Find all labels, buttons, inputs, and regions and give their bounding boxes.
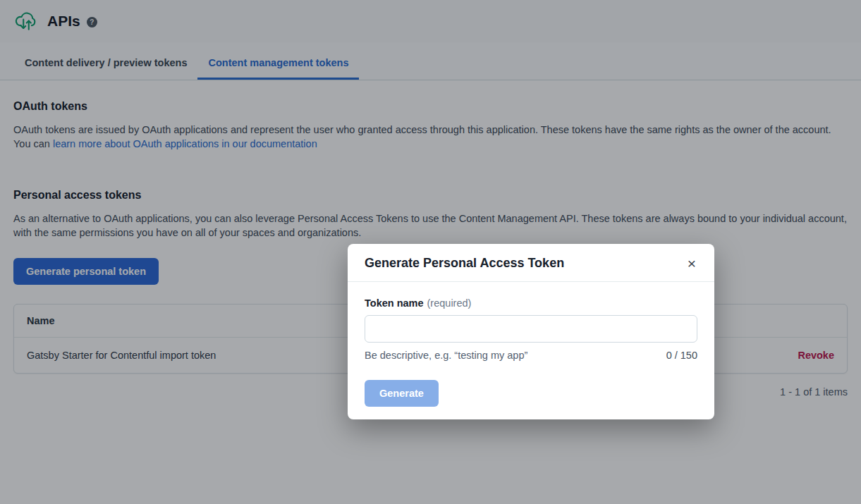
generate-submit-button[interactable]: Generate [365,380,439,407]
token-name-label: Token name(required) [365,297,697,309]
token-name-required-hint: (required) [427,297,472,309]
token-name-input[interactable] [365,315,697,343]
helper-row: Be descriptive, e.g. “testing my app” 0 … [365,350,697,361]
token-name-helper-text: Be descriptive, e.g. “testing my app” [365,350,527,361]
modal-header: Generate Personal Access Token × [348,244,714,282]
token-name-label-text: Token name [365,297,424,309]
character-counter: 0 / 150 [666,350,697,361]
modal-title: Generate Personal Access Token [365,256,564,271]
modal-body: Token name(required) Be descriptive, e.g… [348,282,714,361]
close-icon[interactable]: × [686,256,697,271]
modal-footer: Generate [348,361,714,419]
generate-token-modal: Generate Personal Access Token × Token n… [348,244,714,419]
